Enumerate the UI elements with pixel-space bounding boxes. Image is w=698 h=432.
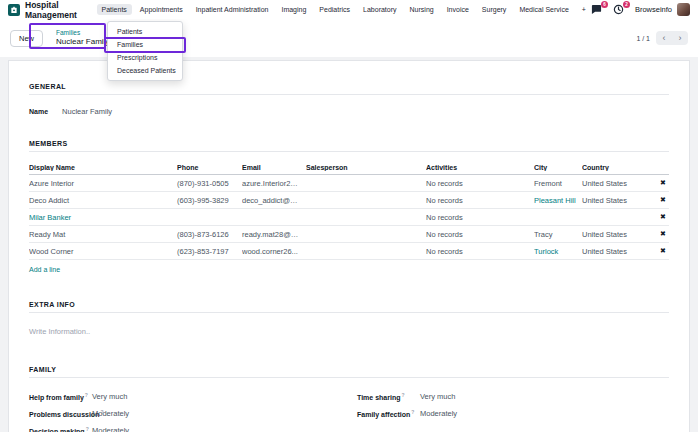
table-row[interactable]: Milar Banker No records ✖ <box>29 209 669 226</box>
field-time-sharing: Time sharing? Very much <box>357 388 669 405</box>
user-name: Browseinfo <box>635 5 672 14</box>
member-name[interactable]: Azure Interior <box>29 179 177 188</box>
user-menu[interactable]: Browseinfo <box>635 3 690 16</box>
member-city: Turlock <box>534 247 582 256</box>
name-field-row: Name Nuclear Family <box>29 107 669 116</box>
menu-laboratory[interactable]: Laboratory <box>358 4 401 15</box>
help-from-family-value[interactable]: Very much <box>92 392 127 401</box>
member-phone: (870)-931-0505 <box>177 179 242 188</box>
activities-clock-icon[interactable]: 2 <box>613 4 625 16</box>
family-fields: Help from family? Very much Problems dis… <box>29 388 669 432</box>
section-members-title: MEMBERS <box>29 140 669 152</box>
field-decision-making: Decision making? Moderately <box>29 422 357 432</box>
help-icon: ? <box>86 426 89 432</box>
field-help-from-family: Help from family? Very much <box>29 388 357 405</box>
name-value[interactable]: Nuclear Family <box>62 107 112 116</box>
messages-icon[interactable]: 6 <box>591 4 603 16</box>
menu-surgery[interactable]: Surgery <box>477 4 512 15</box>
delete-row-icon[interactable]: ✖ <box>657 247 669 255</box>
problems-discussion-label: Problems discussion <box>29 411 99 418</box>
main-menu-bar: Patients Appointments Inpatient Administ… <box>97 4 591 15</box>
problems-discussion-value[interactable]: Moderately <box>92 409 129 418</box>
member-email: azure.Interior24... <box>242 179 306 188</box>
app-window: Hospital Management Patients Appointment… <box>0 0 698 432</box>
menu-nursing[interactable]: Nursing <box>405 4 439 15</box>
col-phone[interactable]: Phone <box>177 164 242 171</box>
help-icon: ? <box>401 392 404 398</box>
menu-appointments[interactable]: Appointments <box>135 4 188 15</box>
members-table-body: Azure Interior (870)-931-0505 azure.Inte… <box>29 175 669 260</box>
app-brand[interactable]: Hospital Management <box>8 0 83 20</box>
new-button[interactable]: New <box>10 30 43 47</box>
family-affection-label: Family affection <box>357 411 410 418</box>
extra-info-placeholder[interactable]: Write Information.. <box>29 327 669 336</box>
member-name[interactable]: Wood Corner <box>29 247 177 256</box>
member-name[interactable]: Ready Mat <box>29 230 177 239</box>
activities-badge: 2 <box>623 1 630 8</box>
form-sheet: GENERAL Name Nuclear Family MEMBERS Disp… <box>8 60 690 432</box>
menu-invoice[interactable]: Invoice <box>442 4 474 15</box>
member-country: United States <box>582 179 657 188</box>
breadcrumb-current: Nuclear Family <box>56 37 109 47</box>
col-salesperson[interactable]: Salesperson <box>306 164 426 171</box>
delete-row-icon[interactable]: ✖ <box>657 230 669 238</box>
navbar-right: 6 2 Browseinfo <box>591 3 690 16</box>
members-table-header: Display Name Phone Email Salesperson Act… <box>29 160 669 175</box>
menu-imaging[interactable]: Imaging <box>276 4 311 15</box>
delete-row-icon[interactable]: ✖ <box>657 213 669 221</box>
menu-inpatient-admin[interactable]: Inpatient Administration <box>191 4 274 15</box>
table-row[interactable]: Deco Addict (603)-995-3829 deco_addict@y… <box>29 192 669 209</box>
table-row[interactable]: Azure Interior (870)-931-0505 azure.Inte… <box>29 175 669 192</box>
name-label: Name <box>29 108 48 115</box>
dropdown-item-patients[interactable]: Patients <box>108 25 182 38</box>
member-phone: (603)-995-3829 <box>177 196 242 205</box>
decision-making-value[interactable]: Moderately <box>92 426 129 432</box>
member-name[interactable]: Milar Banker <box>29 213 177 222</box>
member-country: United States <box>582 230 657 239</box>
decision-making-label: Decision making <box>29 428 85 432</box>
help-from-family-label: Help from family <box>29 394 84 401</box>
col-display-name[interactable]: Display Name <box>29 164 177 171</box>
member-name[interactable]: Deco Addict <box>29 196 177 205</box>
pager-count: 1 / 1 <box>636 35 650 42</box>
time-sharing-value[interactable]: Very much <box>420 392 455 401</box>
help-icon: ? <box>85 392 88 398</box>
section-extra-info-title: EXTRA INFO <box>29 301 669 313</box>
member-activities: No records <box>426 247 534 256</box>
pager-next-icon[interactable]: › <box>672 31 688 45</box>
menu-pediatrics[interactable]: Pediatrics <box>314 4 355 15</box>
member-activities: No records <box>426 230 534 239</box>
family-affection-value[interactable]: Moderately <box>420 409 457 418</box>
col-country[interactable]: Country <box>582 164 657 171</box>
member-activities: No records <box>426 196 534 205</box>
section-general-title: GENERAL <box>29 83 669 95</box>
patients-dropdown-menu: Patients Families Prescriptions Deceased… <box>107 21 183 81</box>
col-activities[interactable]: Activities <box>426 164 534 171</box>
delete-row-icon[interactable]: ✖ <box>657 179 669 187</box>
member-activities: No records <box>426 179 534 188</box>
table-row[interactable]: Wood Corner (623)-853-7197 wood.corner26… <box>29 243 669 260</box>
col-email[interactable]: Email <box>242 164 306 171</box>
col-city[interactable]: City <box>534 164 582 171</box>
member-country: United States <box>582 196 657 205</box>
member-country: United States <box>582 247 657 256</box>
menu-patients[interactable]: Patients <box>97 4 132 15</box>
record-pager: 1 / 1 ‹ › <box>636 31 688 45</box>
member-email: wood.corner26... <box>242 247 306 256</box>
delete-row-icon[interactable]: ✖ <box>657 196 669 204</box>
add-a-line-link[interactable]: Add a line <box>29 266 669 273</box>
menu-add-plus[interactable]: + <box>577 4 591 15</box>
table-row[interactable]: Ready Mat (803)-873-6126 ready.mat28@e..… <box>29 226 669 243</box>
menu-medical-service[interactable]: Medical Service <box>514 4 573 15</box>
dropdown-item-prescriptions[interactable]: Prescriptions <box>108 51 182 64</box>
field-family-affection: Family affection? Moderately <box>357 405 669 422</box>
member-email: deco_addict@yo... <box>242 196 306 205</box>
dropdown-item-families[interactable]: Families <box>108 38 182 51</box>
field-problems-discussion: Problems discussion? Moderately <box>29 405 357 422</box>
pager-previous-icon[interactable]: ‹ <box>656 31 672 45</box>
app-title: Hospital Management <box>25 0 83 20</box>
member-phone: (803)-873-6126 <box>177 230 242 239</box>
dropdown-item-deceased-patients[interactable]: Deceased Patients <box>108 64 182 77</box>
member-city: Fremont <box>534 179 582 188</box>
user-avatar <box>677 3 690 16</box>
